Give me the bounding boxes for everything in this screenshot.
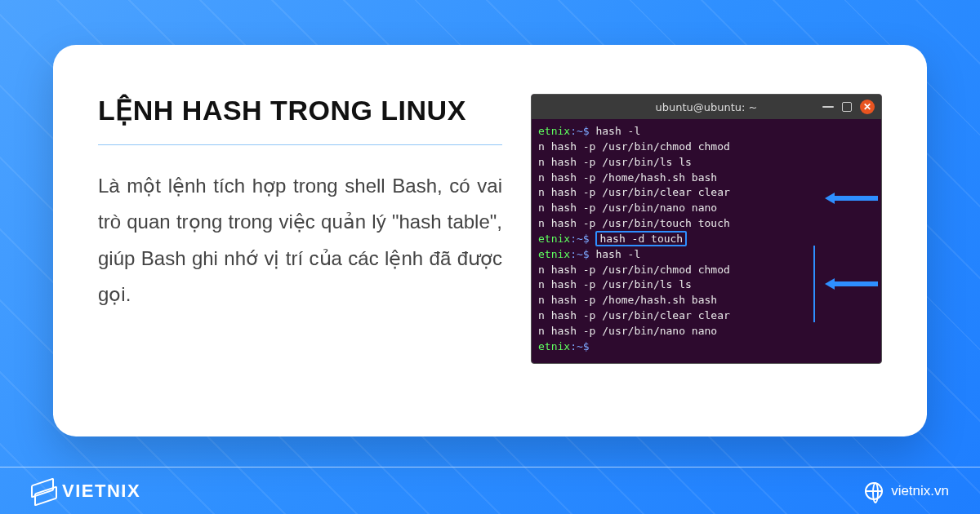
prompt-line: etnix:~$ (538, 339, 875, 355)
close-icon[interactable]: ✕ (860, 100, 875, 114)
prompt-line: etnix:~$ hash -d touch (538, 232, 875, 247)
output-line: n hash -p /usr/bin/chmod chmod (538, 263, 875, 278)
footer-bar: VIETNIX vietnix.vn (0, 467, 980, 514)
prompt-line: etnix:~$ hash -l (538, 124, 875, 140)
globe-icon (865, 482, 883, 500)
output-line: n hash -p /usr/bin/nano nano (538, 324, 875, 339)
text-column: LỆNH HASH TRONG LINUX Là một lệnh tích h… (98, 94, 502, 313)
annotation-arrow-icon (825, 192, 878, 205)
page-title: LỆNH HASH TRONG LINUX (98, 94, 502, 145)
output-line: n hash -p /home/hash.sh bash (538, 171, 875, 186)
highlighted-command: hash -d touch (595, 231, 687, 246)
content-card: LỆNH HASH TRONG LINUX Là một lệnh tích h… (53, 45, 927, 436)
terminal-body: etnix:~$ hash -l n hash -p /usr/bin/chmo… (532, 119, 881, 363)
annotation-bracket (813, 246, 815, 322)
output-line: n hash -p /home/hash.sh bash (538, 293, 875, 308)
window-controls: ✕ (822, 100, 875, 114)
site-url: vietnix.vn (891, 483, 949, 499)
terminal-window: ubuntu@ubuntu: ~ ✕ etnix:~$ hash -l n ha… (531, 94, 882, 364)
site-link[interactable]: vietnix.vn (865, 482, 949, 500)
vietnix-logo-icon (31, 481, 54, 501)
maximize-icon[interactable] (842, 102, 852, 112)
terminal-screenshot: ubuntu@ubuntu: ~ ✕ etnix:~$ hash -l n ha… (531, 94, 882, 364)
svg-marker-0 (825, 193, 878, 204)
output-line: n hash -p /usr/bin/chmod chmod (538, 140, 875, 155)
annotation-arrow-icon (825, 277, 878, 290)
output-line: n hash -p /usr/bin/ls ls (538, 155, 875, 171)
brand-name: VIETNIX (62, 481, 140, 502)
svg-marker-1 (825, 278, 878, 290)
minimize-icon[interactable] (822, 106, 834, 108)
brand-logo: VIETNIX (31, 481, 140, 502)
terminal-titlebar: ubuntu@ubuntu: ~ ✕ (532, 95, 881, 119)
terminal-title: ubuntu@ubuntu: ~ (655, 101, 757, 113)
output-line: n hash -p /usr/bin/touch touch (538, 216, 875, 232)
output-line: n hash -p /usr/bin/clear clear (538, 308, 875, 324)
prompt-line: etnix:~$ hash -l (538, 247, 875, 263)
description-text: Là một lệnh tích hợp trong shell Bash, c… (98, 168, 502, 313)
